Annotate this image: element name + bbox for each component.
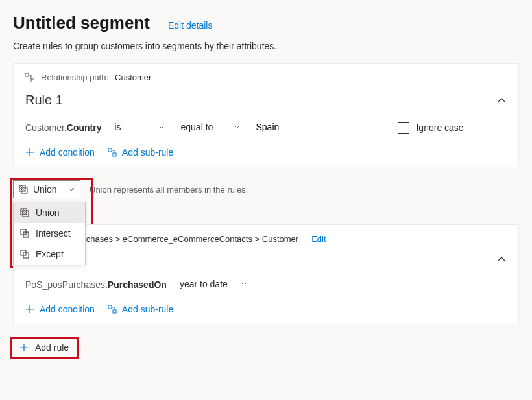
chevron-down-icon [234,124,240,130]
svg-rect-0 [25,73,29,76]
relationship-path-value: Customer [115,73,151,82]
operator-1-label: year to date [180,279,228,289]
svg-rect-1 [31,79,34,82]
chevron-down-icon [158,124,165,130]
dropdown-option-label: Except [36,249,64,259]
operator-2-select[interactable]: equal to [178,119,243,135]
add-condition-button[interactable]: Add condition [25,304,95,314]
add-sub-rule-label: Add sub-rule [122,147,173,158]
svg-rect-3 [113,153,116,156]
rule-card-1: Relationship path: Customer Rule 1 Custo… [13,63,519,167]
add-condition-label: Add condition [40,304,95,314]
dropdown-option-union[interactable]: Union [14,202,85,223]
add-sub-rule-button[interactable]: Add sub-rule [108,147,173,158]
dropdown-option-label: Intersect [36,228,71,239]
operator-1-select[interactable]: is [112,119,167,135]
set-operator-select[interactable]: Union [13,180,80,198]
operator-2-label: equal to [180,122,213,132]
value-input[interactable] [253,119,372,135]
svg-rect-9 [23,232,29,237]
rule-card-2: h: PoS_posPurchases > eCommerce_eCommerc… [13,224,519,324]
edit-details-link[interactable]: Edit details [168,20,212,30]
chevron-down-icon [68,186,75,193]
svg-rect-2 [108,148,112,152]
union-icon [19,185,28,194]
plus-icon [25,148,34,157]
rule-1-title: Rule 1 [25,93,63,108]
plus-icon [19,343,29,352]
page-description: Create rules to group customers into seg… [13,41,519,51]
ignore-case-checkbox[interactable] [398,122,409,134]
add-condition-label: Add condition [40,147,95,158]
ignore-case-label: Ignore case [416,123,463,133]
sub-rule-icon [108,148,117,157]
svg-rect-12 [108,305,112,309]
add-rule-label: Add rule [35,342,69,353]
page-title: Untitled segment [13,13,150,33]
attribute-text: PoS_posPurchases.PurchasedOn [25,279,167,290]
dropdown-option-intersect[interactable]: Intersect [14,223,85,244]
operator-1-select[interactable]: year to date [177,276,250,292]
add-sub-rule-label: Add sub-rule [122,304,173,314]
union-icon [20,208,29,217]
add-sub-rule-button[interactable]: Add sub-rule [108,304,173,314]
dropdown-option-except[interactable]: Except [14,244,85,265]
add-rule-button[interactable]: Add rule [13,340,75,355]
attribute-text: Customer.Country [25,123,101,133]
svg-rect-13 [113,310,116,313]
sub-rule-icon [108,305,117,314]
set-operator-label: Union [33,184,57,194]
set-operator-description: Union represents all members in the rule… [90,185,248,194]
relationship-path-edit-link[interactable]: Edit [311,234,326,244]
plus-icon [25,305,34,314]
operator-1-label: is [114,122,121,132]
intersect-icon [20,229,29,238]
chevron-down-icon [241,281,247,287]
set-operator-dropdown: Union Intersect Except [13,202,86,265]
relationship-path-icon [25,73,34,82]
relationship-path-label: Relationship path: [41,73,108,82]
dropdown-option-label: Union [36,207,60,218]
collapse-icon[interactable] [496,254,507,265]
except-icon [20,250,29,259]
collapse-icon[interactable] [496,95,507,106]
add-condition-button[interactable]: Add condition [25,147,95,158]
